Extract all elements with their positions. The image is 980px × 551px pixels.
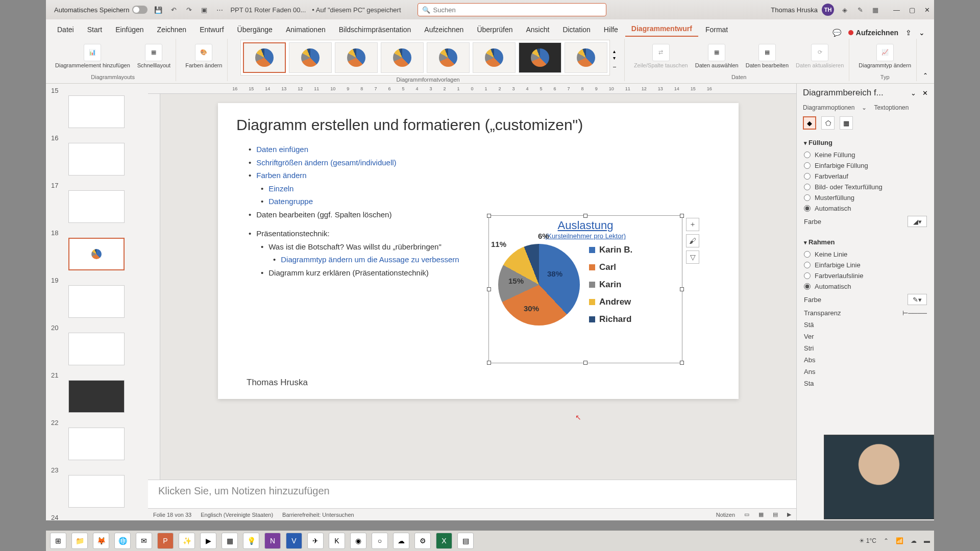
thumb-21[interactable]: 21: [51, 371, 143, 413]
search-input[interactable]: [433, 6, 602, 14]
start-button[interactable]: ⊞: [50, 533, 66, 549]
slide-title[interactable]: Diagramm erstellen und formatieren („cus…: [236, 116, 720, 134]
share-icon[interactable]: ⇪: [905, 29, 912, 37]
settings-icon[interactable]: ⚙: [414, 533, 431, 549]
pen-icon[interactable]: ✎: [855, 5, 865, 14]
fill-color-button[interactable]: ◢▾: [908, 216, 927, 227]
tray-battery-icon[interactable]: ▬: [924, 537, 930, 544]
effects-tab-icon[interactable]: ⬠: [821, 116, 835, 130]
diamond-icon[interactable]: ◈: [840, 5, 849, 14]
border-gradient[interactable]: Farbverlaufslinie: [804, 270, 927, 281]
fill-section[interactable]: Füllung: [804, 139, 927, 146]
slide-canvas[interactable]: Diagramm erstellen und formatieren („cus…: [218, 103, 739, 399]
tab-ansicht[interactable]: Ansicht: [520, 22, 555, 37]
thumb-15[interactable]: 15: [51, 87, 143, 128]
app-icon-4[interactable]: V: [286, 533, 302, 549]
excel-icon[interactable]: X: [436, 533, 452, 549]
firefox-icon[interactable]: 🦊: [93, 533, 109, 549]
app-icon-2[interactable]: ▦: [222, 533, 238, 549]
language-status[interactable]: Englisch (Vereinigte Staaten): [201, 512, 273, 518]
border-section[interactable]: Rahmen: [804, 238, 927, 246]
tab-bildschirm[interactable]: Bildschirmpräsentation: [333, 22, 418, 37]
app-icon-6[interactable]: ○: [372, 533, 388, 549]
chevron-down-icon[interactable]: ⌄: [862, 104, 867, 111]
border-none[interactable]: Keine Linie: [804, 249, 927, 260]
tray-chevron-icon[interactable]: ⌃: [884, 537, 889, 544]
tab-diagrammentwurf[interactable]: Diagrammentwurf: [625, 21, 698, 37]
chart-legend[interactable]: Karin B. Carl Karin Andrew Richard: [589, 245, 632, 324]
tab-uebergaenge[interactable]: Übergänge: [231, 22, 279, 37]
size-tab-icon[interactable]: ▦: [840, 116, 853, 130]
maximize-icon[interactable]: ▢: [909, 6, 915, 14]
chart-styles-button[interactable]: 🖌: [686, 234, 699, 247]
styles-more-icon[interactable]: ⎯: [613, 62, 616, 67]
tab-einfuegen[interactable]: Einfügen: [109, 22, 150, 37]
app-icon-5[interactable]: K: [329, 533, 345, 549]
chrome-icon[interactable]: 🌐: [114, 533, 131, 549]
thumb-16[interactable]: 16: [51, 134, 143, 176]
chart-style-6[interactable]: [473, 42, 516, 73]
tab-format[interactable]: Format: [699, 22, 734, 37]
autosave-toggle[interactable]: Automatisches Speichern: [50, 6, 148, 14]
toggle-icon[interactable]: [132, 6, 148, 14]
quick-layout-button[interactable]: ▦Schnelllayout: [135, 43, 173, 70]
tab-chart-options[interactable]: Diagrammoptionen: [803, 104, 854, 111]
save-icon[interactable]: 💾: [154, 5, 163, 14]
fill-solid[interactable]: Einfarbige Füllung: [804, 160, 927, 171]
more-icon[interactable]: ⋯: [215, 5, 224, 14]
styles-up-icon[interactable]: ▴: [613, 48, 616, 54]
change-chart-type-button[interactable]: 📈Diagrammtyp ändern: [856, 43, 913, 70]
thumb-22[interactable]: 22: [51, 419, 143, 460]
pie-chart[interactable]: 38% 15% 30%: [498, 244, 580, 325]
chart-object[interactable]: Auslastung (Kursteilnehmer pro Lektor) 6…: [488, 215, 682, 363]
tab-start[interactable]: Start: [81, 22, 109, 37]
tray-network-icon[interactable]: 📶: [896, 537, 903, 544]
pane-dropdown-icon[interactable]: ⌄: [911, 89, 916, 97]
reading-view-icon[interactable]: ▤: [773, 511, 778, 518]
tab-zeichnen[interactable]: Zeichnen: [151, 22, 193, 37]
calendar-icon[interactable]: ▦: [871, 5, 880, 14]
redo-icon[interactable]: ↷: [184, 5, 193, 14]
chart-filter-button[interactable]: ▽: [686, 251, 699, 264]
styles-down-icon[interactable]: ▾: [613, 55, 616, 61]
slideshow-view-icon[interactable]: ▶: [787, 511, 791, 518]
user-account[interactable]: Thomas Hruska TH: [771, 4, 834, 16]
notes-toggle[interactable]: Notizen: [716, 512, 735, 518]
notes-pane[interactable]: Klicken Sie, um Notizen hinzuzufügen: [148, 480, 796, 508]
thumb-20[interactable]: 20: [51, 324, 143, 365]
border-color-button[interactable]: ✎▾: [908, 294, 927, 305]
app-icon-3[interactable]: 💡: [243, 533, 259, 549]
fill-picture[interactable]: Bild- oder Texturfüllung: [804, 182, 927, 192]
record-button[interactable]: Aufzeichnen: [848, 29, 898, 37]
chevron-down-icon[interactable]: ⌄: [919, 29, 925, 37]
chart-style-5[interactable]: [427, 42, 470, 73]
search-box[interactable]: 🔍: [418, 3, 606, 16]
tray-cloud-icon[interactable]: ☁: [911, 537, 917, 544]
fill-line-tab-icon[interactable]: ◆: [803, 116, 816, 130]
app-icon-7[interactable]: ☁: [393, 533, 409, 549]
telegram-icon[interactable]: ✈: [307, 533, 324, 549]
chart-style-3[interactable]: [335, 42, 378, 73]
tab-hilfe[interactable]: Hilfe: [598, 22, 624, 37]
chart-style-2[interactable]: [289, 42, 332, 73]
thumb-17[interactable]: 17: [51, 182, 143, 223]
chart-subtitle[interactable]: (Kursteilnehmer pro Lektor): [489, 232, 682, 240]
border-auto[interactable]: Automatisch: [804, 281, 927, 292]
windows-taskbar[interactable]: ⊞ 📁 🦊 🌐 ✉ P ✨ ▶ ▦ 💡 N V ✈ K ◉ ○ ☁ ⚙ X ▤ …: [46, 531, 934, 551]
thumb-19[interactable]: 19: [51, 277, 143, 318]
change-colors-button[interactable]: 🎨Farben ändern: [183, 43, 224, 70]
tab-dictation[interactable]: Dictation: [556, 22, 596, 37]
add-chart-element-button[interactable]: 📊Diagrammelement hinzufügen: [53, 43, 132, 70]
thumb-18[interactable]: 18: [51, 229, 143, 270]
normal-view-icon[interactable]: ▭: [744, 511, 749, 518]
fill-none[interactable]: Keine Füllung: [804, 149, 927, 160]
tab-entwurf[interactable]: Entwurf: [193, 22, 230, 37]
tab-datei[interactable]: Datei: [51, 22, 80, 37]
chart-style-4[interactable]: [381, 42, 424, 73]
fill-auto[interactable]: Automatisch: [804, 203, 927, 214]
chart-style-8[interactable]: [565, 42, 607, 73]
present-icon[interactable]: ▣: [200, 5, 209, 14]
fill-gradient[interactable]: Farbverlauf: [804, 171, 927, 182]
app-icon-1[interactable]: ✨: [179, 533, 195, 549]
pane-close-icon[interactable]: ✕: [922, 89, 928, 97]
